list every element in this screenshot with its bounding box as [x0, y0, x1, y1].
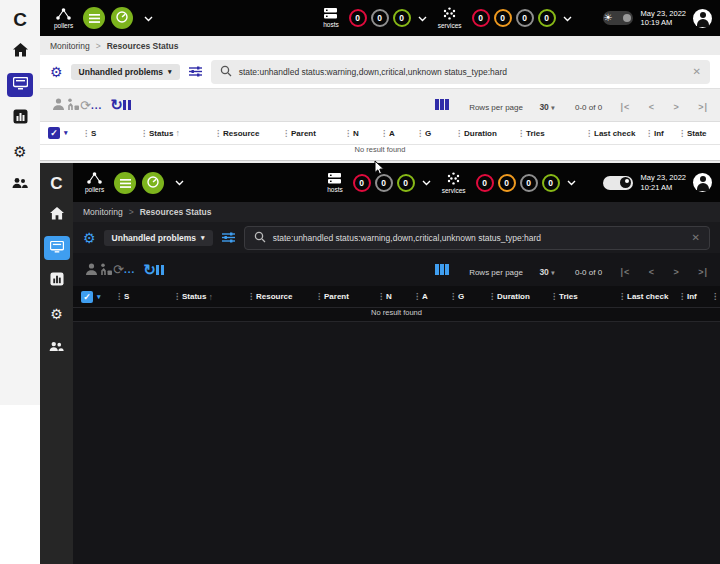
drag-handle-icon[interactable]: ⋮: [455, 129, 462, 138]
chevron-down-icon[interactable]: [563, 13, 572, 24]
column-header-last-check[interactable]: ⋮Last check: [618, 292, 678, 301]
sidebar-item-configuration[interactable]: ⚙: [7, 139, 33, 163]
column-header-status[interactable]: ⋮Status↑: [173, 292, 247, 302]
poller-gauge-button[interactable]: [142, 172, 164, 194]
column-header-duration[interactable]: ⋮Duration: [488, 292, 550, 301]
column-header-state[interactable]: ⋮State: [711, 292, 720, 301]
search-input[interactable]: state:unhandled status:warning,down,crit…: [244, 226, 710, 250]
select-all-checkbox[interactable]: ✓: [81, 291, 93, 303]
drag-handle-icon[interactable]: ⋮: [678, 292, 685, 301]
sidebar-item-configuration[interactable]: ⚙: [44, 302, 70, 326]
last-page-button[interactable]: >|: [698, 102, 708, 112]
pause-autorefresh-icon[interactable]: [156, 265, 165, 275]
breadcrumb-page[interactable]: Resources Status: [107, 41, 179, 51]
column-header-action[interactable]: ⋮A: [380, 129, 416, 138]
centreon-logo[interactable]: C: [13, 9, 27, 31]
first-page-button[interactable]: |<: [621, 267, 631, 277]
services-unknown-counter[interactable]: 0: [520, 174, 538, 192]
drag-handle-icon[interactable]: ⋮: [585, 129, 592, 138]
select-all-checkbox[interactable]: ✓: [48, 127, 60, 139]
column-header-status[interactable]: ⋮Status↑: [140, 128, 214, 138]
drag-handle-icon[interactable]: ⋮: [645, 129, 652, 138]
prev-page-button[interactable]: <: [649, 267, 655, 277]
select-menu-chevron-icon[interactable]: ▾: [97, 293, 101, 301]
column-header-resource[interactable]: ⋮Resource: [214, 129, 282, 138]
hosts-down-counter[interactable]: 0: [353, 174, 371, 192]
drag-handle-icon[interactable]: ⋮: [449, 292, 456, 301]
filter-preset-dropdown[interactable]: Unhandled problems ▾: [71, 64, 180, 80]
drag-handle-icon[interactable]: ⋮: [82, 129, 89, 138]
filter-gear-icon[interactable]: ⚙: [50, 65, 63, 79]
prev-page-button[interactable]: <: [649, 102, 655, 112]
drag-handle-icon[interactable]: ⋮: [550, 292, 557, 301]
sidebar-item-monitoring[interactable]: [44, 236, 70, 260]
column-header-tries[interactable]: ⋮Tries: [550, 292, 618, 301]
refresh-icon[interactable]: ↻: [143, 261, 156, 279]
column-header-severity[interactable]: ⋮S: [82, 129, 140, 138]
column-header-information[interactable]: ⋮Inf: [678, 292, 711, 301]
drag-handle-icon[interactable]: ⋮: [678, 129, 685, 138]
chevron-down-icon[interactable]: [418, 13, 427, 24]
drag-handle-icon[interactable]: ⋮: [618, 292, 625, 301]
more-actions-button[interactable]: ...: [91, 100, 102, 111]
clear-search-icon[interactable]: ✕: [692, 232, 700, 243]
drag-handle-icon[interactable]: ⋮: [517, 129, 524, 138]
tune-filters-icon[interactable]: [189, 63, 202, 81]
column-header-action[interactable]: ⋮A: [413, 292, 449, 301]
drag-handle-icon[interactable]: ⋮: [115, 292, 122, 301]
rows-per-page-select[interactable]: 30 ▾: [539, 102, 554, 112]
sidebar-item-reporting[interactable]: [44, 269, 70, 293]
chevron-down-icon[interactable]: [422, 177, 431, 188]
services-unknown-counter[interactable]: 0: [516, 9, 534, 27]
drag-handle-icon[interactable]: ⋮: [140, 129, 147, 138]
drag-handle-icon[interactable]: ⋮: [711, 292, 718, 301]
hosts-up-counter[interactable]: 0: [393, 9, 411, 27]
column-header-state[interactable]: ⋮State: [678, 129, 720, 138]
breadcrumb-section[interactable]: Monitoring: [83, 207, 123, 217]
hosts-unreachable-counter[interactable]: 0: [371, 9, 389, 27]
last-page-button[interactable]: >|: [698, 267, 708, 277]
clear-search-icon[interactable]: ✕: [693, 66, 701, 77]
set-downtime-icon[interactable]: [65, 96, 80, 114]
submit-status-icon[interactable]: ⟳: [113, 262, 124, 277]
sidebar-item-home[interactable]: [44, 203, 70, 227]
first-page-button[interactable]: |<: [621, 102, 631, 112]
drag-handle-icon[interactable]: ⋮: [315, 292, 322, 301]
pollers-button[interactable]: pollers: [85, 172, 104, 193]
services-critical-counter[interactable]: 0: [476, 174, 494, 192]
drag-handle-icon[interactable]: ⋮: [488, 292, 495, 301]
column-header-tries[interactable]: ⋮Tries: [517, 129, 585, 138]
services-status-button[interactable]: services: [442, 172, 466, 194]
column-header-graph[interactable]: ⋮G: [416, 129, 455, 138]
drag-handle-icon[interactable]: ⋮: [173, 292, 180, 301]
column-header-duration[interactable]: ⋮Duration: [455, 129, 517, 138]
next-page-button[interactable]: >: [674, 267, 680, 277]
more-actions-button[interactable]: ...: [124, 264, 135, 275]
column-header-severity[interactable]: ⋮S: [115, 292, 173, 301]
poller-gauge-button[interactable]: [111, 7, 133, 29]
chevron-down-icon[interactable]: [567, 177, 576, 188]
edit-columns-icon[interactable]: [435, 264, 449, 275]
drag-handle-icon[interactable]: ⋮: [344, 129, 351, 138]
hosts-down-counter[interactable]: 0: [349, 9, 367, 27]
column-header-parent[interactable]: ⋮Parent: [315, 292, 377, 301]
column-header-information[interactable]: ⋮Inf: [645, 129, 678, 138]
next-page-button[interactable]: >: [674, 102, 680, 112]
edit-columns-icon[interactable]: [435, 99, 449, 110]
column-header-resource[interactable]: ⋮Resource: [247, 292, 315, 301]
pollers-button[interactable]: pollers: [54, 8, 73, 29]
theme-toggle[interactable]: ☀: [603, 11, 633, 25]
user-avatar[interactable]: [693, 9, 712, 28]
rows-per-page-select[interactable]: 30 ▾: [539, 267, 554, 277]
centreon-logo[interactable]: C: [50, 174, 62, 194]
drag-handle-icon[interactable]: ⋮: [413, 292, 420, 301]
sidebar-item-administration[interactable]: [7, 172, 33, 196]
column-header-notes[interactable]: ⋮N: [377, 292, 413, 301]
chevron-down-icon[interactable]: [175, 177, 184, 188]
sidebar-item-administration[interactable]: [44, 335, 70, 359]
drag-handle-icon[interactable]: ⋮: [282, 129, 289, 138]
breadcrumb-page[interactable]: Resources Status: [140, 207, 212, 217]
tune-filters-icon[interactable]: [222, 229, 235, 247]
refresh-icon[interactable]: ↻: [110, 96, 123, 114]
services-ok-counter[interactable]: 0: [538, 9, 556, 27]
